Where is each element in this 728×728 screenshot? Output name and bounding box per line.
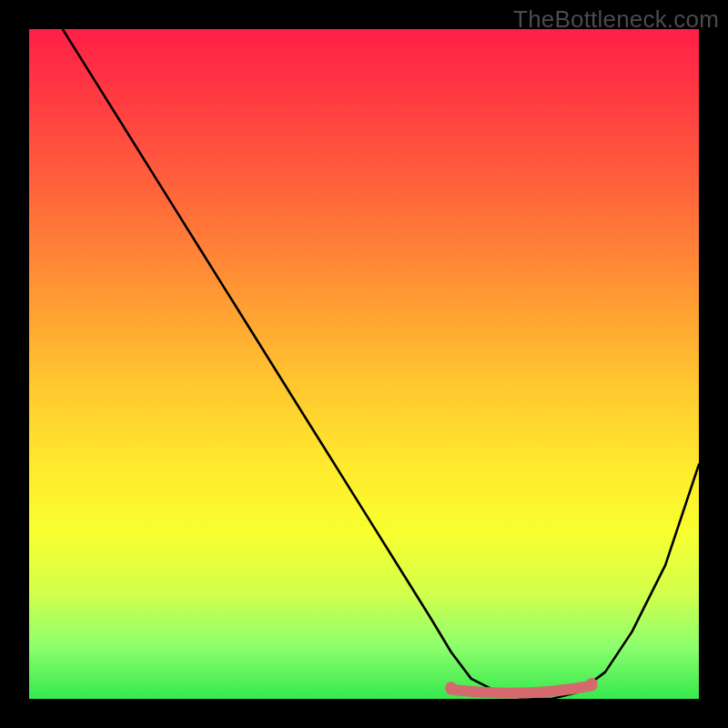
highlight-band bbox=[451, 686, 592, 693]
highlight-dot-left bbox=[445, 682, 457, 693]
chart-overlay-svg bbox=[29, 29, 699, 699]
chart-plot-area bbox=[29, 29, 699, 699]
chart-stage: TheBottleneck.com bbox=[0, 0, 728, 728]
bottleneck-curve-line bbox=[63, 29, 699, 699]
highlight-dot-right bbox=[586, 678, 598, 690]
